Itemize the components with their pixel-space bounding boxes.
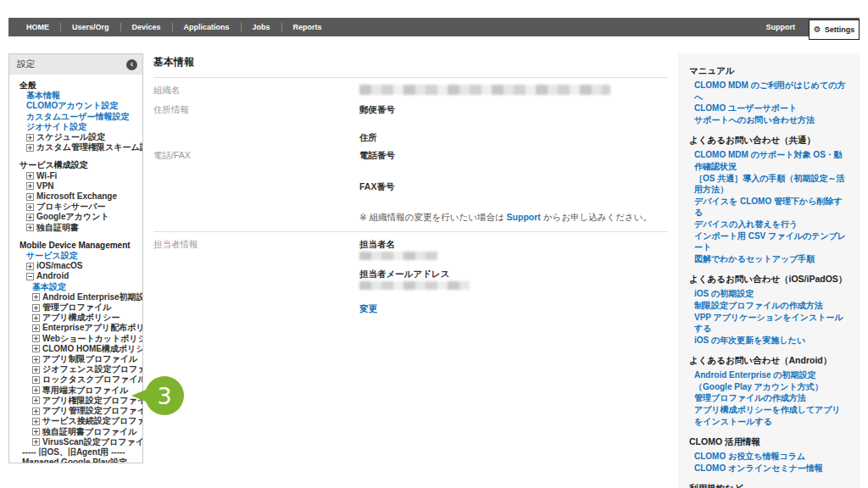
plus-box-icon[interactable] [26,214,34,221]
plus-box-icon[interactable] [32,376,40,384]
plus-box-icon[interactable] [26,134,34,141]
sidebar-item-item[interactable]: カスタム管理権限スキーム設定 [9,142,142,152]
sidebar-item-item[interactable]: アプリ管理設定プロファイル [9,406,142,416]
sidebar-item-label: ジオサイト設定 [26,122,86,132]
help-link-ios[interactable]: iOS の初期設定 [694,288,849,300]
sidebar-item-item[interactable]: アプリ構成ポリシー [9,313,142,323]
plus-box-icon[interactable] [32,345,40,352]
plus-box-icon[interactable] [32,438,40,446]
help-link-item[interactable]: 制限設定プロファイルの作成方法 [694,300,849,312]
plus-box-icon[interactable] [26,172,34,180]
sidebar-item-item[interactable]: ジオフェンス設定プロファイル [9,364,142,374]
help-link-item[interactable]: 管理プロファイルの作成方法 [694,392,849,404]
support-note-link[interactable]: Support [507,212,541,222]
sidebar-item-web[interactable]: Webショートカットポリシー [9,334,142,344]
sidebar-item-item[interactable]: 管理プロファイル [9,302,142,313]
sidebar-item-clomo[interactable]: CLOMOアカウント設定 [9,101,142,111]
org-name-row: 組織名 [153,78,668,97]
support-link[interactable]: Support [766,18,796,36]
plus-box-icon[interactable] [32,314,40,322]
sidebar-item-item[interactable]: サービス設定 [9,251,142,261]
sidebar-item-virusscan[interactable]: VirusScan設定プロファイル [9,437,142,447]
plus-box-icon[interactable] [32,386,40,394]
help-link-os[interactable]: ［OS 共通］導入の手順（初期設定～活用方法） [694,173,849,196]
plus-box-icon[interactable] [32,408,40,415]
help-link-item[interactable]: 図解でわかるセットアップ手順 [694,253,849,265]
sidebar-item-vpn[interactable]: VPN [9,181,142,191]
help-link-item[interactable]: サポートへのお問い合わせ方法 [694,114,849,126]
phone-label: 電話番号 [359,149,652,161]
sidebar-item-item[interactable]: 専用端末プロファイル [9,385,142,396]
sidebar-item-item[interactable]: 基本情報 [9,91,142,101]
help-link-vpp[interactable]: VPP アプリケーションをインストールする [694,312,849,335]
settings-tab[interactable]: ⚙ Settings [809,19,860,40]
nav-item-reports[interactable]: Reports [282,23,333,31]
sidebar-collapse-button[interactable]: ‹ [126,59,137,70]
sidebar-item-wi-fi[interactable]: Wi-Fi [9,171,142,181]
plus-box-icon[interactable] [26,144,34,152]
minus-box-icon[interactable] [26,273,34,280]
plus-box-icon[interactable] [32,428,40,435]
sidebar-item-item[interactable]: 独自証明書 [9,223,142,233]
help-link-clomo[interactable]: CLOMO お役立ち情報コラム [694,451,849,463]
help-link-android-enterprise-google-play[interactable]: Android Enterprise の初期設定（Google Play アカウ… [694,369,849,392]
help-link-item[interactable]: アプリ構成ポリシーを作成してアプリをインストールする [694,404,849,427]
help-link-ios[interactable]: iOS の年次更新を実施したい [694,335,849,347]
nav-item-home[interactable]: HOME [15,23,60,31]
plus-box-icon[interactable] [32,418,40,425]
sidebar-item-item[interactable]: ロックタスクプロファイル [9,374,142,385]
sidebar-item-item[interactable]: アプリ制限プロファイル [9,354,142,364]
help-link-clomo-mdm[interactable]: CLOMO MDM のご利用がはじめての方へ [694,80,849,103]
phone-fax-row: 電話/FAX 電話番号 FAX番号 ※ 組織情報の変更を行いたい場合は Supp… [153,143,668,223]
sidebar-item-clomo-home[interactable]: CLOMO HOME構成ポリシー [9,344,142,354]
sidebar-item-item[interactable]: スケジュール設定 [9,132,142,142]
plus-box-icon[interactable] [26,203,34,211]
sidebar-item-label: カスタムユーザー情報設定 [26,112,129,122]
sidebar-item-ios-macos[interactable]: iOS/macOS [9,261,142,271]
plus-box-icon[interactable] [26,263,34,270]
sidebar-item-item[interactable]: 独自証明書プロファイル [9,427,142,437]
sidebar-item-managed-google-play[interactable]: Managed Google Play設定 [9,458,142,463]
nav-item-users-org[interactable]: Users/Org [61,23,120,31]
nav-item-devices[interactable]: Devices [121,23,172,31]
fax-label: FAX番号 [359,180,652,192]
main-content: 基本情報 組織名 住所情報 郵便番号 住所 電話/FAX 電話番号 FAX番号 … [153,55,668,314]
help-panel: マニュアルCLOMO MDM のご利用がはじめての方へCLOMO ユーザーサポー… [678,53,860,488]
plus-box-icon[interactable] [32,324,40,332]
help-section: よくあるお問い合わせ（Android）Android Enterprise の初… [689,354,849,427]
address-label: 住所情報 [153,103,359,143]
help-section-header: よくあるお問い合わせ（Android） [689,354,849,366]
sidebar-item-android-enterprise[interactable]: Android Enterprise初期設定... [9,292,142,302]
change-link[interactable]: 変更 [359,303,377,313]
postal-code-label: 郵便番号 [359,103,395,115]
sidebar-item-item[interactable]: 基本設定 [9,282,142,292]
help-link-item[interactable]: デバイスの入れ替えを行う [694,219,849,230]
help-link-clomo[interactable]: デバイスを CLOMO 管理下から削除する [694,196,849,219]
sidebar-item-item[interactable]: ジオサイト設定 [9,122,142,132]
plus-box-icon[interactable] [32,335,40,342]
plus-box-icon[interactable] [32,356,40,363]
plus-box-icon[interactable] [26,193,34,201]
sidebar-item-item[interactable]: アプリ権限設定プロファイル [9,396,142,406]
sidebar-item-enterprise[interactable]: Enterpriseアプリ配布ポリシー [9,323,142,333]
plus-box-icon[interactable] [26,224,34,231]
sidebar-item-microsoft-exchange[interactable]: Microsoft Exchange [9,191,142,202]
plus-box-icon[interactable] [32,396,40,404]
sidebar-item-item[interactable]: カスタムユーザー情報設定 [9,112,142,122]
help-link-clomo[interactable]: CLOMO ユーザーサポート [694,103,849,114]
sidebar-item-item[interactable]: サービス接続設定プロファイル [9,416,142,426]
plus-box-icon[interactable] [26,182,34,190]
sidebar-item-label: 管理プロファイル [42,302,111,313]
help-link-clomo-mdm-os[interactable]: CLOMO MDM のサポート対象 OS・動作確認状況 [694,149,849,172]
nav-item-applications[interactable]: Applications [173,23,241,31]
help-link-clomo[interactable]: CLOMO オンラインセミナー情報 [694,463,849,474]
contact-name-label: 担当者名 [359,238,470,250]
plus-box-icon[interactable] [32,293,40,301]
sidebar-item-google[interactable]: Googleアカウント [9,212,142,222]
plus-box-icon[interactable] [32,366,40,374]
nav-item-jobs[interactable]: Jobs [242,23,281,31]
sidebar-item-android[interactable]: Android [9,271,142,281]
sidebar-item-item[interactable]: プロキシサーバー [9,202,142,212]
plus-box-icon[interactable] [32,304,40,312]
help-link-csv[interactable]: インポート用 CSV ファイルのテンプレート [694,230,849,253]
